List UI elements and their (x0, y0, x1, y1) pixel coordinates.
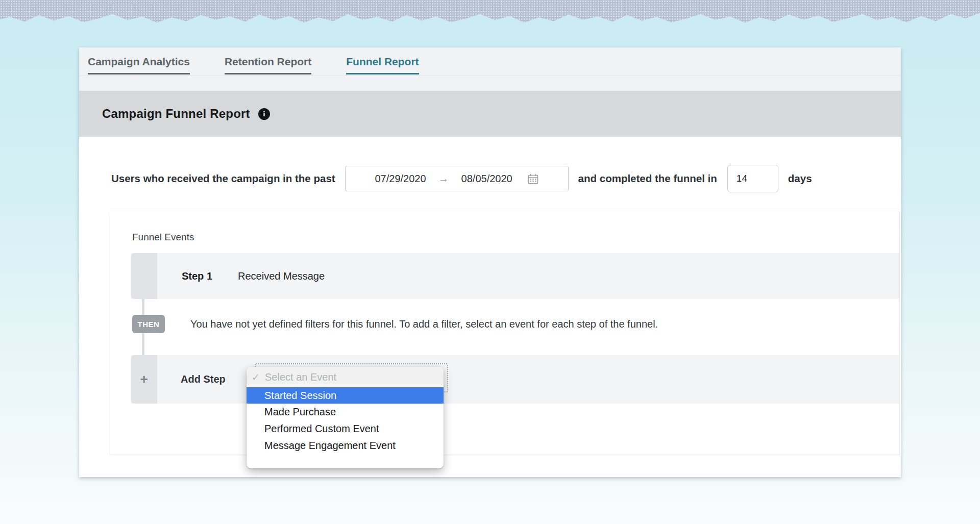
days-input[interactable]: 14 (727, 165, 778, 192)
report-header: Campaign Funnel Report i (79, 91, 901, 137)
info-icon[interactable]: i (258, 108, 270, 120)
dropdown-option-message-engagement-event[interactable]: Message Engagement Event (247, 437, 444, 454)
funnel-filter-sentence: Users who received the campaign in the p… (111, 165, 812, 192)
step-drag-handle[interactable] (131, 253, 157, 299)
tab-campaign-analytics[interactable]: Campaign Analytics (88, 56, 190, 74)
add-step-plus-button[interactable]: + (131, 355, 157, 404)
add-step-label: Add Step (181, 373, 226, 385)
dropdown-option-made-purchase[interactable]: Made Purchase (247, 404, 444, 420)
sentence-suffix: days (788, 172, 812, 185)
page-title: Campaign Funnel Report (102, 107, 250, 121)
sentence-prefix: Users who received the campaign in the p… (111, 172, 335, 185)
dropdown-placeholder-label: Select an Event (265, 371, 336, 383)
date-start-value: 07/29/2020 (375, 173, 426, 185)
funnel-step-row: Step 1 Received Message (131, 253, 899, 299)
then-badge: THEN (132, 315, 165, 333)
report-card: Campaign Analytics Retention Report Funn… (79, 47, 901, 477)
filters-empty-message: You have not yet defined filters for thi… (190, 315, 658, 333)
date-end-value: 08/05/2020 (461, 173, 512, 185)
sentence-middle: and completed the funnel in (578, 172, 717, 185)
date-range-input[interactable]: 07/29/2020 → 08/05/2020 (345, 166, 569, 191)
arrow-right-icon: → (438, 172, 449, 185)
tab-bar: Campaign Analytics Retention Report Funn… (79, 47, 901, 91)
funnel-events-panel: Funnel Events Step 1 Received Message TH… (110, 212, 900, 455)
dropdown-option-placeholder[interactable]: ✓ Select an Event (247, 367, 444, 387)
tab-funnel-report[interactable]: Funnel Report (346, 56, 419, 74)
tab-retention-report[interactable]: Retention Report (225, 56, 311, 74)
dropdown-option-performed-custom-event[interactable]: Performed Custom Event (247, 420, 444, 437)
checkmark-icon: ✓ (252, 371, 259, 383)
torn-screenshot-edge (0, 0, 980, 23)
calendar-icon[interactable] (528, 173, 538, 184)
dropdown-option-started-session[interactable]: Started Session (247, 387, 444, 404)
event-select-dropdown: ✓ Select an Event Started Session Made P… (247, 367, 444, 468)
add-step-row: + Add Step (131, 355, 899, 404)
panel-title: Funnel Events (132, 232, 194, 243)
step-event-name: Received Message (238, 270, 325, 282)
plus-icon: + (140, 371, 148, 387)
step-number-label: Step 1 (182, 270, 212, 282)
